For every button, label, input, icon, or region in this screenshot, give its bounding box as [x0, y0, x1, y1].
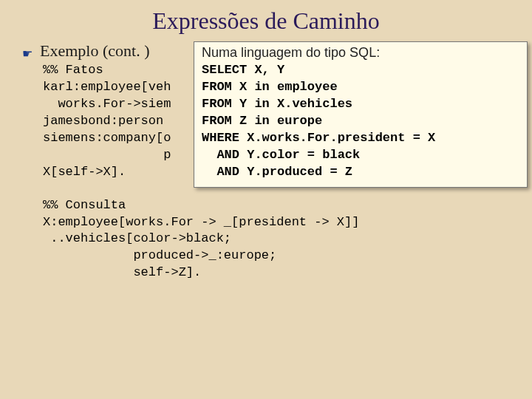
page-title: Expressões de Caminho [0, 0, 532, 39]
content-area: ☛ Exemplo (cont. ) %% Fatos karl:employe… [22, 41, 517, 282]
sql-code: SELECT X, Y FROM X in employee FROM Y in… [202, 62, 519, 181]
sql-heading: Numa linguagem do tipo SQL: [202, 45, 519, 61]
sql-overlay-box: Numa linguagem do tipo SQL: SELECT X, Y … [194, 41, 528, 188]
exemplo-label: Exemplo (cont. ) [40, 41, 149, 61]
consulta-block: %% Consulta X:employee[works.For -> _[pr… [43, 197, 517, 282]
pointer-icon: ☛ [22, 48, 33, 60]
